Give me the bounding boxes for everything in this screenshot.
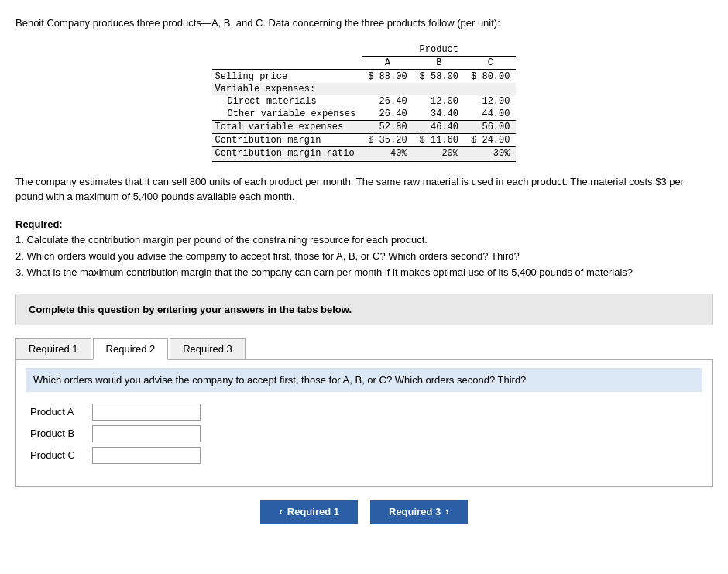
col-c-header: C <box>465 56 516 70</box>
product-input-label: Product C <box>26 445 88 466</box>
product-input-1[interactable] <box>92 425 201 442</box>
table-cell-b: 20% <box>414 146 465 160</box>
product-input-row: Product B <box>26 423 205 445</box>
table-cell-b: 46.40 <box>414 120 465 133</box>
table-cell-b <box>414 83 465 95</box>
product-header: Product <box>362 43 516 57</box>
table-row: Contribution margin$ 35.20$ 11.60$ 24.00 <box>212 133 517 146</box>
required-section: Required: 1. Calculate the contribution … <box>15 217 713 281</box>
table-row: Other variable expenses26.4034.4044.00 <box>212 108 517 121</box>
product-input-label: Product A <box>26 401 88 423</box>
product-table: Product A B C Selling price$ 88.00$ 58.0… <box>212 43 517 162</box>
next-button[interactable]: Required 3 › <box>370 500 468 524</box>
table-cell-a: 26.40 <box>362 95 413 108</box>
product-input-2[interactable] <box>92 447 201 464</box>
product-input-table: Product AProduct BProduct C <box>26 401 205 466</box>
product-input-row: Product A <box>26 401 205 423</box>
tabs-container: Required 1 Required 2 Required 3 Which o… <box>15 338 713 487</box>
table-row-label-header <box>212 56 362 70</box>
table-row-label: Contribution margin <box>212 133 362 146</box>
required-label: Required: <box>15 218 63 230</box>
table-cell-b: 34.40 <box>414 108 465 121</box>
table-cell-a: $ 35.20 <box>362 133 413 146</box>
buttons-row: ‹ Required 1 Required 3 › <box>15 500 713 524</box>
prev-button[interactable]: ‹ Required 1 <box>260 500 358 524</box>
tab-question: Which orders would you advise the compan… <box>26 368 702 392</box>
table-cell-c: $ 24.00 <box>465 133 516 146</box>
product-input-cell <box>88 423 205 445</box>
table-cell-c <box>465 83 516 95</box>
product-table-wrapper: Product A B C Selling price$ 88.00$ 58.0… <box>15 43 713 174</box>
table-empty-header <box>212 43 362 57</box>
product-input-row: Product C <box>26 445 205 466</box>
required-item-1: 1. Calculate the contribution margin per… <box>15 234 428 246</box>
required-item-2: 2. Which orders would you advise the com… <box>15 250 520 262</box>
table-cell-c: 56.00 <box>465 120 516 133</box>
product-input-cell <box>88 401 205 423</box>
table-cell-b: 12.00 <box>414 95 465 108</box>
table-row-label: Contribution margin ratio <box>212 146 362 160</box>
table-cell-a <box>362 83 413 95</box>
product-input-label: Product B <box>26 423 88 445</box>
table-row: Contribution margin ratio40%20%30% <box>212 146 517 160</box>
complete-box: Complete this question by entering your … <box>15 294 713 325</box>
table-row: Total variable expenses52.8046.4056.00 <box>212 120 517 133</box>
table-cell-b: $ 58.00 <box>414 70 465 83</box>
tab-required1[interactable]: Required 1 <box>15 338 91 359</box>
tab-content: Which orders would you advise the compan… <box>15 360 713 487</box>
tab-required2[interactable]: Required 2 <box>93 338 169 360</box>
tabs-row: Required 1 Required 2 Required 3 <box>15 338 713 360</box>
table-cell-c: $ 80.00 <box>465 70 516 83</box>
product-input-cell <box>88 445 205 466</box>
table-row: Variable expenses: <box>212 83 517 95</box>
next-button-label: Required 3 <box>389 506 441 517</box>
product-input-0[interactable] <box>92 404 201 421</box>
table-cell-a: $ 88.00 <box>362 70 413 83</box>
table-row-label: Direct materials <box>212 95 362 108</box>
next-arrow-icon: › <box>445 506 448 517</box>
table-cell-a: 52.80 <box>362 120 413 133</box>
prev-button-label: Required 1 <box>287 506 339 517</box>
intro-text: Benoit Company produces three products—A… <box>15 15 713 31</box>
col-b-header: B <box>414 56 465 70</box>
table-cell-c: 44.00 <box>465 108 516 121</box>
table-cell-a: 26.40 <box>362 108 413 121</box>
table-row: Direct materials26.4012.0012.00 <box>212 95 517 108</box>
table-row-label: Selling price <box>212 70 362 83</box>
table-row-label: Other variable expenses <box>212 108 362 121</box>
table-row-label: Total variable expenses <box>212 120 362 133</box>
table-row: Selling price$ 88.00$ 58.00$ 80.00 <box>212 70 517 83</box>
description-text: The company estimates that it can sell 8… <box>15 174 713 205</box>
table-cell-a: 40% <box>362 146 413 160</box>
col-a-header: A <box>362 56 413 70</box>
table-cell-c: 12.00 <box>465 95 516 108</box>
table-row-label: Variable expenses: <box>212 83 362 95</box>
required-item-3: 3. What is the maximum contribution marg… <box>15 266 633 278</box>
table-cell-b: $ 11.60 <box>414 133 465 146</box>
prev-arrow-icon: ‹ <box>279 506 282 517</box>
table-cell-c: 30% <box>465 146 516 160</box>
tab-required3[interactable]: Required 3 <box>170 338 246 359</box>
